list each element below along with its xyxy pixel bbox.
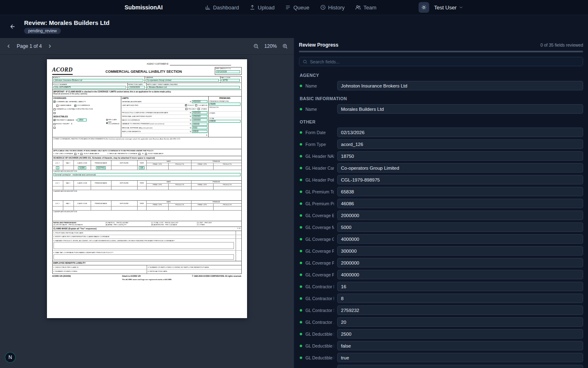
field-value-input[interactable]: 2500 (337, 329, 583, 339)
field-value-input[interactable]: true (337, 353, 583, 362)
field-value-input[interactable]: 300000 (337, 246, 583, 256)
field-row: Name Johnston Insurance Brokers Ltd (299, 81, 583, 90)
hazard-block: LOC # HAZ # CLASS CODE PREMIUM BASIS EXP… (52, 180, 242, 201)
field-value-input[interactable]: 20 (337, 317, 583, 327)
field-row: GL Contractor P... 8 (299, 294, 583, 303)
doc-value (123, 187, 125, 190)
nav-item-history[interactable]: History (316, 2, 349, 13)
review-progress-title: Review Progress (299, 42, 339, 48)
doc-label: OTHER COVERAGES, RESTRICTIONS AND/OR END… (53, 138, 241, 140)
document-canvas[interactable]: AGENCY CUSTOMER ID: ACORD COMMERCIAL GEN… (0, 55, 294, 368)
field-value-input[interactable]: 18750 (337, 151, 583, 161)
field-label: GL Premium Total (305, 189, 334, 194)
field-status-dot (300, 345, 302, 347)
doc-value: CGL-1979-898975 (53, 86, 127, 89)
viewer-toolbar: Page 1 of 4 120% (0, 38, 294, 55)
field-status-dot (300, 250, 302, 252)
field-value-input[interactable]: Morales Builders Ltd (337, 104, 583, 114)
field-row: GL Coverage M... 5000 (299, 222, 583, 232)
doc-value: Johnston Insurance Brokers Ltd (53, 79, 143, 82)
doc-col-header: CLASS CODE (74, 181, 91, 186)
doc-value (53, 193, 241, 196)
field-value-input[interactable]: 2000000 (337, 211, 583, 220)
checkbox (195, 104, 197, 106)
doc-date-box: DATE (MM/DD/YYYY) 02/13/2026 (215, 67, 242, 75)
doc-label: IS NOT AVAILABLE. (84, 153, 100, 155)
zoom-out-button[interactable] (251, 41, 261, 52)
doc-label: 2. NUMBER OF EMPLOYEES: (53, 269, 147, 274)
doc-important-text: Read all provisions of the policy carefu… (53, 93, 241, 95)
nav-item-team[interactable]: Team (351, 2, 381, 13)
field-value-input[interactable]: Co-operators Group Limited (337, 163, 583, 173)
doc-value: 02/13/2026 (216, 70, 240, 73)
doc-col-header: EXPOSURE (111, 201, 138, 206)
checkbox (53, 108, 56, 110)
checkbox (53, 123, 56, 125)
field-row: GL Deductible P... true (299, 353, 583, 362)
nav-item-upload[interactable]: Upload (245, 2, 278, 13)
field-value-input[interactable]: 02/13/2026 (337, 128, 583, 137)
doc-col-header: HAZ # (63, 201, 74, 206)
prev-page-button[interactable] (3, 41, 14, 52)
field-value-input[interactable]: 46086 (337, 199, 583, 208)
field-value-input[interactable]: true (337, 365, 583, 368)
explain-box (53, 242, 234, 249)
hazard-block: LOC # HAZ # CLASS CODE PREMIUM BASIS EXP… (52, 200, 242, 221)
chevron-right-icon (47, 43, 53, 49)
dashboard-icon (205, 4, 211, 10)
checkbox (106, 119, 108, 121)
field-value-input[interactable]: 4000000 (337, 270, 583, 279)
doc-col-header: PREM / OPS (147, 204, 169, 206)
field-value-input[interactable]: false (337, 341, 583, 350)
field-value-input[interactable]: CGL-1979-898975 (337, 175, 583, 184)
doc-col-header: LOC # (53, 201, 63, 206)
doc-col-header: EXPOSURE (111, 160, 138, 166)
field-value-input[interactable]: 4000000 (337, 234, 583, 244)
field-row: GL Header Polic... CGL-1979-898975 (299, 175, 583, 184)
user-menu[interactable]: Test User (434, 4, 463, 11)
back-button[interactable] (7, 20, 19, 33)
doc-col-header: PREMIUM BASIS (91, 160, 111, 166)
checkbox (80, 153, 82, 155)
theme-toggle-button[interactable] (419, 2, 429, 13)
nav-item-dashboard[interactable]: Dashboard (201, 2, 243, 13)
doc-section-header: LIMITS (121, 96, 208, 100)
doc-value: 65838 (192, 130, 207, 133)
next-page-button[interactable] (45, 41, 55, 52)
field-value-input[interactable]: 8 (337, 294, 583, 303)
field-row: GL Header NAIC... 18750 (299, 151, 583, 161)
doc-label: 1. DEDUCTIBLE PER CLAIM: $ (53, 265, 147, 269)
doc-col-header: PRODUCTS (169, 184, 192, 186)
checkbox (145, 153, 147, 155)
doc-rating-basis: RATING AND PREMIUM BASIS(S) GROSS SALES … (52, 221, 242, 227)
doc-label: EMPLOYEE BENEFITS (122, 130, 141, 132)
field-value-input[interactable]: Johnston Insurance Brokers Ltd (337, 81, 583, 90)
review-progress-count: 0 of 35 fields reviewed (541, 43, 583, 47)
field-value-input[interactable]: 65838 (337, 187, 583, 196)
nav-item-label: Dashboard (213, 4, 239, 11)
field-value-input[interactable]: 2000000 (337, 258, 583, 267)
field-row: GL Coverage Pr... 4000000 (299, 270, 583, 279)
field-value-input[interactable]: 16 (337, 282, 583, 291)
zoom-in-button[interactable] (280, 41, 290, 52)
doc-label: LOCATION (198, 104, 207, 106)
chevron-left-icon (6, 43, 11, 49)
doc-label: PREMISES/OPERATIONS (209, 100, 241, 102)
field-label: Name (305, 107, 334, 112)
doc-label: OCCURRENCE (77, 104, 90, 107)
fields-list[interactable]: AGENCY Name Johnston Insurance Brokers L… (294, 67, 588, 368)
nav-item-queue[interactable]: Queue (281, 2, 313, 13)
field-status-dot (300, 155, 302, 157)
field-value-input[interactable]: acord_126 (337, 139, 583, 149)
field-value-input[interactable]: 5000 (337, 222, 583, 232)
doc-value (100, 207, 102, 210)
doc-col-header: PREMIUM (192, 160, 241, 163)
doc-value (123, 207, 125, 210)
field-label: GL Coverage Pr... (305, 272, 334, 277)
search-input[interactable] (310, 59, 579, 64)
field-row: GL Coverage Ge... 4000000 (299, 234, 583, 244)
hazard-blocks: LOC # HAZ # CLASS CODE PREMIUM BASIS EXP… (52, 160, 242, 221)
doc-label: APPLICANT / FIRST NAMED INSURED (147, 83, 241, 85)
app-avatar-button[interactable]: N (5, 352, 16, 363)
field-value-input[interactable]: 2759232 (337, 305, 583, 315)
